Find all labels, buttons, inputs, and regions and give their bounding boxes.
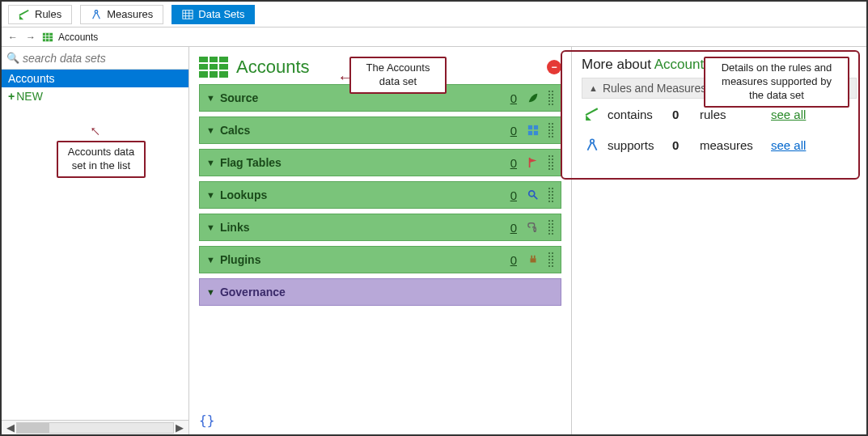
grid-icon <box>527 124 540 137</box>
svg-rect-15 <box>199 57 228 78</box>
main-panel: Accounts − ▼Source0▼Calcs0▼Flag Tables0▼… <box>189 47 572 434</box>
section-label: Calcs <box>220 124 250 137</box>
sidebar-item-label: NEW <box>16 90 43 103</box>
delete-button[interactable]: − <box>547 60 561 74</box>
chevron-down-icon: ▼ <box>206 125 215 135</box>
page-title: Accounts <box>236 57 310 78</box>
rules-see-all-link[interactable]: see all <box>771 108 806 121</box>
svg-line-3 <box>93 13 96 19</box>
svg-rect-5 <box>183 10 193 19</box>
section-flag-tables[interactable]: ▼Flag Tables0 <box>199 149 561 176</box>
compass-icon <box>585 138 599 152</box>
drag-handle-icon[interactable] <box>548 187 554 203</box>
section-governance[interactable]: ▼Governance <box>199 278 561 306</box>
tab-measures[interactable]: Measures <box>80 5 163 24</box>
drag-handle-icon[interactable] <box>548 122 554 138</box>
section-label: Source <box>220 91 258 104</box>
section-count: 0 <box>510 156 517 170</box>
leaf-icon <box>527 91 540 104</box>
svg-rect-21 <box>534 125 538 129</box>
tab-rules[interactable]: Rules <box>8 5 72 24</box>
section-lookups[interactable]: ▼Lookups0 <box>199 181 561 209</box>
collapse-icon: ▲ <box>589 83 598 93</box>
callout-accounts-dataset: The Accounts data set <box>349 57 447 94</box>
link-icon <box>527 221 540 234</box>
sidebar-item-label: Accounts <box>8 72 55 85</box>
measures-see-all-link[interactable]: see all <box>771 138 806 152</box>
flag-icon <box>527 156 540 169</box>
breadcrumb-item[interactable]: Accounts <box>58 32 98 43</box>
tab-datasets-label: Data Sets <box>198 8 244 20</box>
measures-label: supports <box>608 138 664 152</box>
tab-measures-label: Measures <box>107 8 153 20</box>
plus-icon: + <box>8 90 15 103</box>
section-label: Links <box>220 221 250 234</box>
svg-line-33 <box>587 143 591 150</box>
dataset-large-icon <box>199 57 228 78</box>
measures-row: supports 0 measures see all <box>582 129 857 160</box>
sidebar-item-new[interactable]: + NEW <box>2 87 188 105</box>
drag-handle-icon[interactable] <box>548 252 554 268</box>
chevron-down-icon: ▼ <box>206 255 215 265</box>
section-label: Lookups <box>220 188 267 201</box>
measures-count: 0 <box>672 138 692 152</box>
chevron-down-icon: ▼ <box>206 287 215 297</box>
rules-label: contains <box>608 108 664 121</box>
horizontal-scrollbar[interactable]: ◀ ▶ <box>2 420 188 434</box>
rules-measures-label: Rules and Measures <box>603 82 706 95</box>
svg-rect-27 <box>531 258 536 262</box>
svg-line-1 <box>19 10 28 15</box>
section-label: Flag Tables <box>220 156 282 169</box>
section-count: 0 <box>510 221 517 235</box>
chevron-down-icon: ▼ <box>206 93 215 103</box>
section-count: 0 <box>510 124 517 138</box>
section-count: 0 <box>510 253 517 267</box>
search-input[interactable] <box>23 52 184 65</box>
scroll-left-icon[interactable]: ◀ <box>5 421 16 434</box>
section-count: 0 <box>510 188 517 202</box>
ruler-icon <box>585 107 599 121</box>
nav-back-icon[interactable]: ← <box>6 31 19 44</box>
compass-icon <box>91 9 102 20</box>
section-plugins[interactable]: ▼Plugins0 <box>199 246 561 273</box>
chevron-down-icon: ▼ <box>206 190 215 200</box>
svg-point-32 <box>591 139 595 143</box>
scroll-right-icon[interactable]: ▶ <box>174 421 185 434</box>
nav-forward-icon[interactable]: → <box>24 31 37 44</box>
svg-rect-23 <box>534 131 538 135</box>
section-label: Governance <box>220 286 286 298</box>
callout-accounts-list: Accounts data set in the list <box>57 141 146 178</box>
callout-rules-measures: Details on the rules and measures suppor… <box>704 57 849 108</box>
tab-rules-label: Rules <box>35 8 61 20</box>
sidebar-item-accounts[interactable]: Accounts <box>2 70 188 87</box>
chevron-down-icon: ▼ <box>206 222 215 232</box>
drag-handle-icon[interactable] <box>548 219 554 235</box>
section-count: 0 <box>510 91 517 105</box>
svg-marker-0 <box>19 15 23 19</box>
svg-rect-20 <box>528 125 532 129</box>
tab-datasets[interactable]: Data Sets <box>171 5 255 24</box>
rules-type: rules <box>700 108 763 121</box>
section-links[interactable]: ▼Links0 <box>199 214 561 241</box>
dataset-icon <box>42 32 53 43</box>
sidebar: 🔍 Accounts + NEW ◀ ▶ <box>2 47 189 434</box>
ruler-icon <box>19 9 30 20</box>
minus-icon: − <box>551 61 557 73</box>
plug-icon <box>527 253 540 266</box>
drag-handle-icon[interactable] <box>548 155 554 171</box>
measures-type: measures <box>700 138 763 152</box>
arrow-icon: ← <box>337 68 354 87</box>
breadcrumb: ← → Accounts <box>2 28 866 47</box>
chevron-down-icon: ▼ <box>206 158 215 167</box>
search-icon: 🔍 <box>6 52 19 64</box>
svg-point-2 <box>95 10 99 13</box>
drag-handle-icon[interactable] <box>548 90 554 106</box>
details-title-prefix: More about <box>582 57 654 72</box>
svg-line-4 <box>97 13 100 19</box>
section-calcs[interactable]: ▼Calcs0 <box>199 116 561 144</box>
svg-line-26 <box>534 196 537 199</box>
code-icon: {} <box>199 413 214 428</box>
svg-point-25 <box>529 191 535 197</box>
svg-line-34 <box>593 143 597 150</box>
brackets-button[interactable]: {} <box>199 413 214 428</box>
